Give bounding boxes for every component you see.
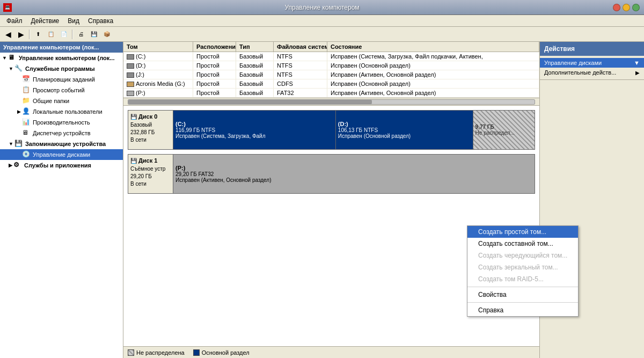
close-button[interactable] <box>613 4 620 11</box>
window-title: Управление компютером <box>284 4 359 11</box>
sidebar-item-localusers[interactable]: ▶ 👤 Локальные пользователи <box>0 106 123 117</box>
ctx-separator-1 <box>467 287 578 287</box>
col-header-rasp[interactable]: Расположение <box>193 42 236 52</box>
sidebar-item-utils[interactable]: ▼ 🔧 Служебные программы <box>0 63 123 74</box>
col-header-fs[interactable]: Файловая система <box>274 42 327 52</box>
menu-view[interactable]: Вид <box>63 16 84 26</box>
disk-partitions-1: (P:) 29,20 ГБ FAT32 Исправен (Активен, О… <box>173 154 535 194</box>
properties-button[interactable]: 📦 <box>101 28 113 40</box>
disk-name-1: Диск 1 <box>138 157 157 165</box>
sidebar-item-diskmgmt[interactable]: ▶ 💿 Управление дисками <box>0 149 123 160</box>
export-button[interactable]: 🖨 <box>75 28 87 40</box>
events-icon: 📋 <box>22 86 31 94</box>
save-button[interactable]: 💾 <box>88 28 100 40</box>
col-header-tip[interactable]: Тип <box>236 42 274 52</box>
forward-button[interactable]: ▶ <box>15 28 27 40</box>
part-desc: Исправен (Активен, Основной раздел) <box>175 177 532 183</box>
ctx-create-composite[interactable]: Создать составной том... <box>467 238 578 250</box>
cd-icon <box>127 82 134 87</box>
table-header: Том Расположение Тип Файловая система Со… <box>123 42 539 52</box>
partition-p[interactable]: (P:) 29,20 ГБ FAT32 Исправен (Активен, О… <box>173 155 535 193</box>
cell-tip-4: Базовый <box>236 89 274 97</box>
legend-box-unalloc <box>128 349 134 356</box>
sidebar-item-events[interactable]: ▶ 📋 Просмотр событий <box>0 85 123 96</box>
menu-help[interactable]: Справка <box>84 16 118 26</box>
table-row[interactable]: Acronis Media (G:) Простой Базовый CDFS … <box>123 79 539 89</box>
maximize-button[interactable] <box>632 4 640 11</box>
sidebar-item-root[interactable]: ▼ 🖥 Управление компьютером (лок... <box>0 53 123 63</box>
right-panel-diskmgmt[interactable]: Управление дисками ▼ <box>540 58 644 68</box>
ctx-help[interactable]: Справка <box>467 304 578 316</box>
storage-icon: 💾 <box>14 140 23 148</box>
part-label: (C:) <box>175 121 333 127</box>
up-button[interactable]: ⬆ <box>32 28 44 40</box>
diskmgmt-icon: 💿 <box>22 150 31 159</box>
right-panel-diskmgmt-label: Управление дисками <box>544 60 602 66</box>
disk-row-1: 💾 Диск 1 Съёмное устр 29,20 ГБ В сети (P… <box>128 154 535 194</box>
cell-tom-1: (D:) <box>123 61 193 70</box>
partition-unalloc[interactable]: 9,77 ГБ Не распредел... <box>473 111 535 149</box>
col-header-tom[interactable]: Том <box>123 42 193 52</box>
cell-rasp-1: Простой <box>193 61 236 70</box>
ctx-create-simple[interactable]: Создать простой том... <box>467 226 578 238</box>
table-row[interactable]: (P:) Простой Базовый FAT32 Исправен (Акт… <box>123 89 539 98</box>
ctx-properties[interactable]: Свойства <box>467 289 578 301</box>
sidebar-item-perf[interactable]: ▶ 📊 Производительность <box>0 117 123 128</box>
part-desc: Исправен (Система, Загрузка, Файл <box>175 133 333 139</box>
col-header-state[interactable]: Состояние <box>327 42 539 52</box>
partition-d[interactable]: (D:) 106,13 ГБ NTFS Исправен (Основной р… <box>336 111 473 149</box>
cell-tom-4: (P:) <box>123 89 193 97</box>
legend-unalloc: Не распределена <box>128 349 185 356</box>
disk1-icon: 💾 <box>130 157 137 165</box>
part-detail: 9,77 ГБ <box>475 124 532 130</box>
expand-diskmgmt-icon: ▼ <box>634 60 640 66</box>
table-row[interactable]: (C:) Простой Базовый NTFS Исправен (Сист… <box>123 52 539 61</box>
window-controls[interactable] <box>613 4 640 11</box>
minimize-button[interactable] <box>623 4 630 11</box>
title-bar: 💻 Управление компютером <box>0 0 644 15</box>
part-detail: 116,99 ГБ NTFS <box>175 127 333 133</box>
back-button[interactable]: ◀ <box>2 28 14 40</box>
services-icon: ⚙ <box>13 161 22 170</box>
cell-tip-0: Базовый <box>236 52 274 61</box>
table-row[interactable]: (J:) Простой Базовый NTFS Исправен (Акти… <box>123 70 539 79</box>
cell-tom-0: (C:) <box>123 52 193 61</box>
sidebar: Управление компьютером (лок... ▼ 🖥 Управ… <box>0 42 123 358</box>
app-icon: 💻 <box>3 3 12 12</box>
toolbar: ◀ ▶ ⬆ 📋 📄 🖨 💾 📦 <box>0 27 644 42</box>
show-hide-button[interactable]: 📋 <box>45 28 57 40</box>
cell-rasp-4: Простой <box>193 89 236 97</box>
expand-icon: ▼ <box>2 55 7 61</box>
sidebar-root-label: Управление компьютером (лок... <box>19 55 115 61</box>
partition-c[interactable]: (C:) 116,99 ГБ NTFS Исправен (Система, З… <box>173 111 336 149</box>
separator-2 <box>72 30 73 39</box>
ctx-create-striped: Создать чередующийся том... <box>467 250 578 261</box>
devman-icon: 🖥 <box>22 129 31 137</box>
ctx-create-mirror: Создать зеркальный том... <box>467 261 578 273</box>
table-body: (C:) Простой Базовый NTFS Исправен (Сист… <box>123 52 539 98</box>
menu-file[interactable]: Файл <box>2 16 27 26</box>
sidebar-item-storage[interactable]: ▼ 💾 Запоминающие устройства <box>0 138 123 149</box>
open-button[interactable]: 📄 <box>58 28 70 40</box>
cell-fs-3: CDFS <box>274 79 327 88</box>
legend-primary: Основной раздел <box>193 349 250 356</box>
scroll-bar-area[interactable] <box>123 98 539 106</box>
sidebar-item-services[interactable]: ▶ ⚙ Службы и приложения <box>0 160 123 171</box>
cell-fs-4: FAT32 <box>274 89 327 97</box>
menu-action[interactable]: Действие <box>27 16 64 26</box>
sidebar-shared-label: Общие папки <box>33 98 69 104</box>
part-label: (D:) <box>338 121 471 127</box>
table-row[interactable]: (D:) Простой Базовый NTFS Исправен (Осно… <box>123 61 539 70</box>
separator-1 <box>29 30 30 39</box>
ctx-separator-2 <box>467 302 578 303</box>
sidebar-item-devman[interactable]: ▶ 🖥 Диспетчер устройств <box>0 128 123 138</box>
right-panel-more[interactable]: Дополнительные действ... ▶ <box>540 68 644 77</box>
menu-bar: Файл Действие Вид Справка <box>0 15 644 27</box>
disk-size-1: 29,20 ГБ <box>130 173 171 180</box>
sidebar-item-scheduler[interactable]: ▶ 📅 Планировщик заданий <box>0 74 123 85</box>
sidebar-item-shared[interactable]: ▶ 📁 Общие папки <box>0 96 123 106</box>
cell-tip-3: Базовый <box>236 79 274 88</box>
legend-bar: Не распределена Основной раздел <box>123 346 539 358</box>
right-panel-header: Действия <box>540 42 644 56</box>
part-label: (P:) <box>175 165 532 171</box>
